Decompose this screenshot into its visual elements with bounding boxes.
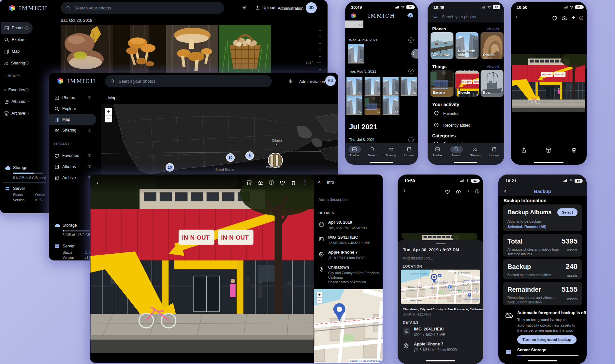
photo-thumbnail[interactable] (382, 77, 400, 96)
favorite-heart-icon[interactable] (279, 180, 286, 186)
thing-card-bicycle[interactable]: Bicycle (455, 70, 479, 97)
description-input[interactable]: Add description... (403, 256, 433, 260)
add-plus-icon[interactable]: + (467, 188, 470, 194)
select-group-check[interactable]: ✓ (408, 137, 414, 142)
photo-thumbnail[interactable] (345, 21, 363, 28)
favorite-heart-icon[interactable] (552, 15, 558, 21)
search-input[interactable]: Search your photos (61, 2, 224, 14)
photo-peek[interactable] (398, 233, 483, 240)
info-icon[interactable]: ⓘ (269, 179, 274, 186)
upload-button[interactable]: Upload (255, 5, 275, 10)
info-icon[interactable]: ⓘ (475, 189, 479, 195)
upload-cloud-icon[interactable] (456, 189, 461, 195)
activity-favorites[interactable]: Favorites (443, 111, 459, 116)
sidebar-item-favorites[interactable]: Favoritesⓘ (50, 150, 95, 161)
sidebar-item-sharing[interactable]: Sharingⓘ (1, 57, 33, 69)
photo-thumbnail[interactable] (166, 25, 218, 74)
photo-thumbnail[interactable] (345, 96, 363, 115)
minimap-zoom-in-button[interactable]: + (316, 292, 322, 298)
sidebar-item-archive[interactable]: Archiveⓘ (50, 172, 95, 183)
map-cluster[interactable]: 10 (226, 153, 235, 162)
location-map[interactable]: PPP † Hyde Street Harbor The Embarcadero… (401, 270, 480, 304)
theme-toggle-icon[interactable]: ☀ (242, 5, 247, 11)
archive-icon[interactable] (246, 180, 252, 186)
sidebar-item-photos[interactable]: Photosⓘ (50, 92, 95, 103)
nav-item-search[interactable]: Search (447, 147, 465, 157)
favorite-heart-icon[interactable] (445, 189, 450, 195)
administration-link[interactable]: Administration (299, 79, 325, 84)
place-card-near-north-side[interactable]: Near north side (455, 32, 479, 59)
theme-toggle-icon[interactable]: ☀ (288, 78, 293, 85)
info-icon[interactable]: ⓘ (25, 99, 29, 104)
place-card-chinatown[interactable]: Chinatown (430, 32, 454, 59)
info-icon[interactable]: ⓘ (88, 164, 91, 169)
map-attribution[interactable]: Leaflet | © OpenStreetMap (349, 359, 383, 363)
map-cluster[interactable]: 8 (245, 151, 254, 160)
back-chevron-icon[interactable]: ‹ (516, 13, 518, 20)
share-icon[interactable] (520, 147, 527, 153)
search-input[interactable]: Search your photos (105, 75, 272, 87)
scrollbar-handle[interactable]: ▲▼ (411, 49, 418, 59)
back-chevron-icon[interactable]: ‹ (403, 187, 405, 194)
info-icon[interactable]: ⓘ (25, 61, 29, 66)
sidebar-item-explore[interactable]: Explore (50, 103, 95, 114)
info-minimap[interactable]: Bay Street US 101 + − Leaflet | © OpenSt… (314, 289, 383, 363)
thing-card-boat[interactable]: Boat (480, 70, 504, 97)
sidebar-item-albums[interactable]: Albumsⓘ (1, 96, 33, 107)
sidebar-item-favorites[interactable]: Favoritesⓘ (1, 84, 33, 96)
info-icon[interactable]: ⓘ (88, 128, 91, 133)
nav-item-sharing[interactable]: Sharing (466, 147, 484, 157)
archive-icon[interactable] (545, 147, 552, 153)
photo-thumbnail[interactable] (400, 77, 418, 96)
photo-view[interactable] (511, 54, 587, 112)
back-arrow-icon[interactable]: ← (95, 178, 102, 186)
select-group-check[interactable]: ✓ (408, 37, 414, 43)
photo-thumbnail[interactable] (345, 77, 363, 96)
search-input[interactable]: Search your photos (442, 15, 476, 19)
innout-photo[interactable] (90, 175, 314, 353)
close-icon[interactable]: × (318, 179, 321, 185)
map-cluster[interactable]: 10 (166, 163, 174, 172)
description-input[interactable]: Add a description (318, 197, 349, 202)
sidebar-item-archive[interactable]: Archiveⓘ (1, 107, 33, 119)
nav-item-library[interactable]: Library (485, 147, 503, 157)
select-button[interactable]: Select (557, 208, 578, 216)
things-view-all-link[interactable]: View all (487, 65, 499, 69)
info-icon[interactable]: ⓘ (25, 88, 29, 92)
photo-thumbnail[interactable] (219, 25, 271, 74)
minimap-zoom-out-button[interactable]: − (316, 298, 322, 304)
nav-item-search[interactable]: Search (363, 147, 382, 157)
administration-link[interactable]: Administration (278, 6, 303, 11)
info-icon[interactable]: ⓘ (88, 95, 91, 100)
sidebar-item-map-selected[interactable]: Map (49, 114, 96, 125)
photo-thumbnail[interactable] (364, 96, 381, 115)
user-avatar[interactable]: JD (306, 2, 317, 13)
sidebar-item-albums[interactable]: Albumsⓘ (50, 161, 95, 172)
sidebar-item-sharing[interactable]: Sharingⓘ (50, 125, 95, 136)
trash-icon[interactable] (290, 180, 297, 186)
photo-thumbnail[interactable] (113, 25, 166, 74)
sidebar-item-photos[interactable]: Photosⓘ (1, 22, 33, 34)
download-cloud-icon[interactable] (257, 180, 264, 186)
info-icon[interactable]: ⓘ (88, 153, 91, 158)
info-icon[interactable]: ⓘ (25, 111, 29, 116)
activity-recently-added[interactable]: Recently added (443, 123, 470, 128)
upload-cloud-icon[interactable] (562, 15, 567, 21)
map-photo-cluster[interactable] (268, 153, 283, 167)
map-zoom-in-button[interactable]: + (105, 108, 112, 115)
trash-icon[interactable] (571, 147, 577, 153)
info-icon[interactable]: ⓘ (579, 15, 583, 21)
turn-on-backup-button[interactable]: Turn on foreground backup (517, 335, 577, 344)
nav-item-photos[interactable]: Photos (428, 147, 447, 157)
photo-thumbnail[interactable] (364, 77, 381, 96)
photo-thumbnail[interactable] (382, 96, 400, 115)
sidebar-item-map[interactable]: Map (1, 46, 33, 57)
place-card-omaha[interactable]: Omaha (480, 32, 504, 59)
nav-item-photos[interactable]: Photos (345, 147, 363, 157)
sheet-drag-handle[interactable] (436, 243, 446, 244)
nav-item-sharing[interactable]: Sharing (382, 147, 400, 157)
backup-cloud-user-icon[interactable] (407, 12, 414, 19)
nav-item-library[interactable]: Library (400, 147, 418, 157)
add-plus-icon[interactable]: + (572, 15, 575, 21)
map-zoom-out-button[interactable]: − (105, 115, 112, 122)
